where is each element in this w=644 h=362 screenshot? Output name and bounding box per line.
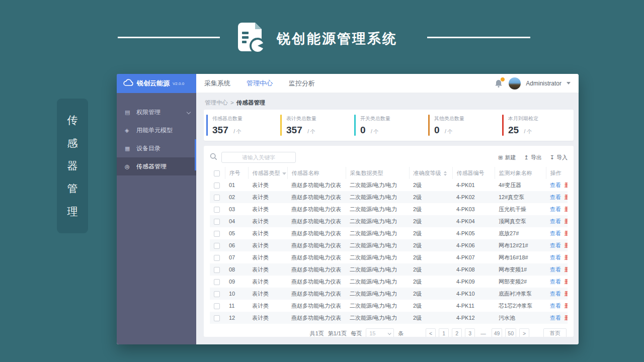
page-button[interactable]: — xyxy=(478,328,489,337)
username[interactable]: Administrator xyxy=(526,80,561,87)
first-page-button[interactable]: 首页 xyxy=(543,328,567,337)
delete-link[interactable]: 删除 xyxy=(565,303,568,309)
notification-bell-icon[interactable] xyxy=(495,79,504,88)
page-button[interactable]: 49 xyxy=(492,328,503,337)
cell-data-type: 二次能源/电力/电力 xyxy=(346,191,409,203)
cell-accuracy: 2级 xyxy=(409,215,452,227)
row-checkbox[interactable] xyxy=(214,195,220,201)
delete-link[interactable]: 删除 xyxy=(565,206,568,212)
view-link[interactable]: 查看 xyxy=(550,242,561,248)
side-tab-sensor-management[interactable]: 传感器管理 xyxy=(57,99,88,233)
stat-card: 开关类总数量 0 / 个 xyxy=(352,110,426,141)
view-link[interactable]: 查看 xyxy=(550,279,561,285)
cell-accuracy: 2级 xyxy=(409,227,452,239)
view-link[interactable]: 查看 xyxy=(550,218,561,224)
table-row: 03 表计类 燕赵多功能电力仪表 二次能源/电力/电力 2级 4-PK03 压光… xyxy=(210,203,568,215)
row-checkbox[interactable] xyxy=(214,315,220,321)
view-link[interactable]: 查看 xyxy=(550,182,561,188)
row-checkbox[interactable] xyxy=(214,207,220,213)
row-checkbox[interactable] xyxy=(214,303,220,309)
top-nav-item[interactable]: 管理中心 xyxy=(247,79,273,88)
row-checkbox[interactable] xyxy=(214,219,220,225)
sidebar-item[interactable]: ◎ 传感器管理 xyxy=(117,157,196,175)
page-button[interactable]: 2 xyxy=(452,328,462,337)
row-checkbox[interactable] xyxy=(214,255,220,261)
view-link[interactable]: 查看 xyxy=(550,194,561,200)
cell-sensor-code: 4-PK10 xyxy=(452,288,495,300)
chevron-down-icon xyxy=(388,331,391,335)
cell-data-type: 二次能源/电力/电力 xyxy=(346,251,409,263)
row-checkbox[interactable] xyxy=(214,279,220,285)
select-all-checkbox[interactable] xyxy=(214,170,220,176)
cell-accuracy: 2级 xyxy=(409,263,452,276)
delete-link[interactable]: 删除 xyxy=(565,194,568,200)
cell-sensor-code: 4-PK05 xyxy=(452,227,495,239)
cell-sensor-code: 4-PK08 xyxy=(452,263,495,276)
cell-sensor-code: 4-PK07 xyxy=(452,251,495,263)
delete-link[interactable]: 删除 xyxy=(565,218,568,224)
col-sensor-name: 传感器名称 xyxy=(287,167,346,179)
delete-link[interactable]: 删除 xyxy=(565,230,568,236)
sidebar-item-icon: ◈ xyxy=(125,127,132,134)
view-link[interactable]: 查看 xyxy=(550,303,561,309)
cell-target-name: 网布12#21# xyxy=(495,239,546,251)
per-page-select[interactable]: 15 xyxy=(366,328,394,337)
view-link[interactable]: 查看 xyxy=(550,254,561,260)
delete-link[interactable]: 删除 xyxy=(565,266,568,273)
table-action-button[interactable]: ↧ 导入 xyxy=(550,154,568,161)
cell-sensor-code: 4-PK03 xyxy=(452,203,495,215)
page-button[interactable]: 1 xyxy=(439,328,449,337)
delete-link[interactable]: 删除 xyxy=(565,291,568,297)
top-nav-item[interactable]: 监控分析 xyxy=(289,79,315,88)
content-area: 管理中心>传感器管理 传感器总数量 357 / 个 xyxy=(196,93,579,344)
view-link[interactable]: 查看 xyxy=(550,206,561,212)
delete-link[interactable]: 删除 xyxy=(565,315,568,321)
top-nav-item[interactable]: 采集系统 xyxy=(204,79,230,88)
table-row: 02 表计类 燕赵多功能电力仪表 二次能源/电力/电力 2级 4-PK02 12… xyxy=(210,191,568,203)
sidebar-item-icon: ▤ xyxy=(125,109,132,116)
view-link[interactable]: 查看 xyxy=(550,230,561,236)
row-checkbox[interactable] xyxy=(214,183,220,189)
delete-link[interactable]: 删除 xyxy=(565,242,568,248)
row-checkbox[interactable] xyxy=(214,231,220,237)
notification-badge xyxy=(500,77,505,82)
cell-data-type: 二次能源/电力/电力 xyxy=(346,263,409,276)
view-link[interactable]: 查看 xyxy=(550,291,561,297)
table-action-button[interactable]: ⊞ 新建 xyxy=(498,154,516,161)
next-page-button[interactable]: > xyxy=(519,328,529,337)
view-link[interactable]: 查看 xyxy=(550,315,561,321)
table-action-button[interactable]: ↥ 导出 xyxy=(524,154,542,161)
table-header-row: 序号 传感器类型 传感器名称 采集数据类型 准确度等级 传感器编号 监测对象名称… xyxy=(210,167,568,179)
prev-page-button[interactable]: < xyxy=(426,328,436,337)
cell-sensor-name: 燕赵多功能电力仪表 xyxy=(287,239,346,251)
per-page-value: 15 xyxy=(369,330,375,336)
page-button[interactable]: 3 xyxy=(465,328,475,337)
stat-label: 本月到期检定 xyxy=(508,115,538,122)
stat-label: 其他类总数量 xyxy=(434,115,464,122)
col-sensor-type[interactable]: 传感器类型 xyxy=(248,167,287,179)
breadcrumb-parent[interactable]: 管理中心 xyxy=(205,100,228,106)
view-link[interactable]: 查看 xyxy=(550,266,561,273)
cell-data-type: 二次能源/电力/电力 xyxy=(346,276,409,288)
sort-icon[interactable] xyxy=(444,171,447,176)
cell-sensor-type: 表计类 xyxy=(248,251,287,263)
delete-link[interactable]: 删除 xyxy=(565,182,568,188)
row-checkbox[interactable] xyxy=(214,267,220,273)
stat-value: 357 xyxy=(212,125,228,135)
delete-link[interactable]: 删除 xyxy=(565,254,568,260)
col-accuracy[interactable]: 准确度等级 xyxy=(409,167,452,179)
row-checkbox[interactable] xyxy=(214,291,220,297)
stat-card: 表计类总数量 357 / 个 xyxy=(278,110,352,141)
cell-sensor-code: 4-PK12 xyxy=(452,312,495,324)
brand-header: 锐创能源管理系统 xyxy=(237,22,397,55)
filter-icon[interactable] xyxy=(282,172,286,175)
row-checkbox[interactable] xyxy=(214,243,220,249)
page-button[interactable]: 50 xyxy=(505,328,516,337)
sidebar-item[interactable]: ▤ 权限管理 xyxy=(117,103,196,121)
delete-link[interactable]: 删除 xyxy=(565,279,568,285)
search-input[interactable] xyxy=(221,152,296,163)
sidebar-item[interactable]: ▦ 设备目录 xyxy=(117,139,196,157)
sidebar-item[interactable]: ◈ 用能单元模型 xyxy=(117,121,196,139)
user-menu-caret-icon[interactable] xyxy=(567,82,571,84)
avatar[interactable] xyxy=(509,77,521,89)
